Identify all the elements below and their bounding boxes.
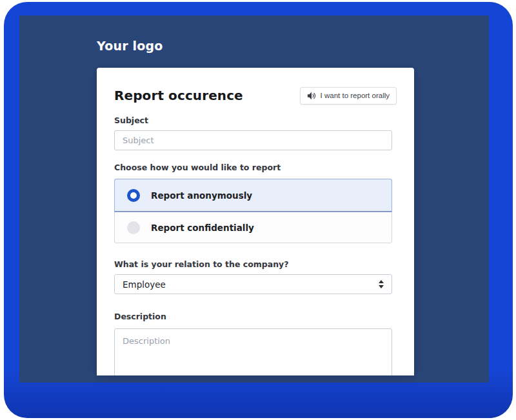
report-mode-options: Report anonymously Report confidentially <box>114 179 392 243</box>
relation-selected-value: Employee <box>123 279 166 290</box>
relation-label: What is your relation to the company? <box>114 259 288 269</box>
report-form-card: Report occurence I want to report orally… <box>97 68 414 375</box>
subject-input[interactable] <box>114 130 392 150</box>
option-report-confidentially[interactable]: Report confidentially <box>115 212 392 243</box>
report-orally-button[interactable]: I want to report orally <box>300 87 397 105</box>
option-label: Report confidentially <box>151 223 254 233</box>
speaker-icon <box>307 92 316 100</box>
report-mode-label: Choose how you would like to report <box>114 163 281 172</box>
subject-label: Subject <box>114 115 148 125</box>
option-label: Report anonymously <box>151 190 252 201</box>
relation-select[interactable]: Employee <box>114 274 392 294</box>
radio-unselected-icon[interactable] <box>127 221 140 234</box>
radio-selected-icon[interactable] <box>127 189 140 202</box>
option-report-anonymously[interactable]: Report anonymously <box>115 179 392 212</box>
card-header: Report occurence I want to report orally <box>114 85 397 106</box>
select-arrows-icon <box>379 280 384 288</box>
description-textarea[interactable] <box>114 328 392 375</box>
page-title: Report occurence <box>114 88 243 103</box>
description-label: Description <box>114 312 166 321</box>
page: Your logo Report occurence I want to rep… <box>0 0 516 420</box>
brand-logo: Your logo <box>97 39 163 53</box>
report-orally-label: I want to report orally <box>321 92 390 99</box>
